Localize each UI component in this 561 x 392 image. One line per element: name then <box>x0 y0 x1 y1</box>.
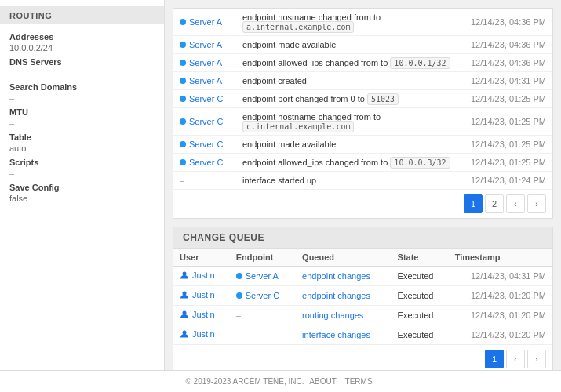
cq-state-cell: Executed <box>392 286 449 306</box>
log-timestamp-cell: 12/14/23, 04:36 PM <box>464 9 552 36</box>
cq-table-row: JustinServer Aendpoint changesExecuted12… <box>173 267 552 286</box>
log-server-dash: – <box>173 172 236 190</box>
cq-prev-button[interactable]: ‹ <box>506 350 525 368</box>
cq-queued-cell: endpoint changes <box>296 286 391 306</box>
save-config-label: Save Config <box>9 183 155 192</box>
addresses-value: 10.0.0.2/24 <box>9 43 155 53</box>
cq-timestamp-cell: 12/14/23, 01:20 PM <box>449 306 552 325</box>
log-server-cell: Server C <box>173 90 236 108</box>
cq-queued-cell: routing changes <box>296 306 391 325</box>
svg-point-2 <box>183 311 187 315</box>
sidebar: ROUTING Addresses 10.0.0.2/24 DNS Server… <box>0 0 165 392</box>
cq-column-header: State <box>392 249 449 267</box>
log-table-row: Server Aendpoint created12/14/23, 04:31 … <box>173 72 552 90</box>
cq-timestamp-cell: 12/14/23, 01:20 PM <box>449 325 552 345</box>
footer-copyright: © 2019-2023 ARCEM TENE, INC. <box>185 377 304 386</box>
cq-endpoint-cell: – <box>230 306 296 325</box>
change-queue-title: CHANGE QUEUE <box>173 227 552 249</box>
cq-state-cell: Executed <box>392 325 449 345</box>
log-next-button[interactable]: › <box>527 194 546 213</box>
search-domains-label: Search Domains <box>9 82 155 92</box>
log-server-cell: Server A <box>173 72 236 90</box>
cq-timestamp-cell: 12/14/23, 04:31 PM <box>449 267 552 286</box>
change-queue-table: UserEndpointQueuedStateTimestamp JustinS… <box>173 249 552 344</box>
log-message-cell: endpoint allowed_ips changed from to 10.… <box>236 154 464 172</box>
main-content: Server Aendpoint hostname changed from t… <box>165 0 561 392</box>
log-section: Server Aendpoint hostname changed from t… <box>173 8 553 219</box>
log-page-1-button[interactable]: 1 <box>464 194 483 213</box>
table-label: Table <box>9 132 155 142</box>
cq-user-cell: Justin <box>173 325 230 345</box>
mtu-value: – <box>9 118 155 128</box>
cq-user-cell: Justin <box>173 267 230 286</box>
cq-endpoint-cell: – <box>230 325 296 345</box>
log-message-cell: endpoint allowed_ips changed from to 10.… <box>236 54 464 72</box>
log-message-cell: endpoint made available <box>236 136 464 154</box>
log-server-cell: Server A <box>173 54 236 72</box>
svg-point-3 <box>183 331 187 335</box>
log-table-row: Server Aendpoint hostname changed from t… <box>173 9 552 36</box>
cq-state-cell: Executed <box>392 267 449 286</box>
dns-servers-value: – <box>9 68 155 78</box>
log-table-row: Server Aendpoint made available12/14/23,… <box>173 36 552 54</box>
cq-table-row: Justin–interface changesExecuted12/14/23… <box>173 325 552 345</box>
cq-pagination: 1 ‹ › <box>173 344 552 373</box>
log-timestamp-cell: 12/14/23, 04:36 PM <box>464 36 552 54</box>
save-config-value: false <box>9 194 155 203</box>
log-prev-button[interactable]: ‹ <box>506 194 525 213</box>
cq-column-header: Endpoint <box>230 249 296 267</box>
log-table-row: Server Aendpoint allowed_ips changed fro… <box>173 54 552 72</box>
log-timestamp-cell: 12/14/23, 04:36 PM <box>464 54 552 72</box>
cq-column-header: User <box>173 249 230 267</box>
log-timestamp-cell: 12/14/23, 04:31 PM <box>464 72 552 90</box>
log-server-cell: Server C <box>173 136 236 154</box>
cq-endpoint-cell: Server A <box>230 267 296 286</box>
scripts-label: Scripts <box>9 158 155 167</box>
log-table: Server Aendpoint hostname changed from t… <box>173 9 552 189</box>
cq-table-row: JustinServer Cendpoint changesExecuted12… <box>173 286 552 306</box>
log-message-cell: endpoint made available <box>236 36 464 54</box>
log-server-cell: Server A <box>173 9 236 36</box>
cq-timestamp-cell: 12/14/23, 01:20 PM <box>449 286 552 306</box>
log-server-cell: Server A <box>173 36 236 54</box>
change-queue-section: CHANGE QUEUE UserEndpointQueuedStateTime… <box>173 227 553 374</box>
log-table-row: Server Cendpoint hostname changed from t… <box>173 108 552 136</box>
cq-queued-cell: endpoint changes <box>296 267 391 286</box>
svg-point-1 <box>183 292 187 296</box>
addresses-label: Addresses <box>9 32 155 42</box>
footer: © 2019-2023 ARCEM TENE, INC. ABOUT TERMS <box>0 370 561 392</box>
log-message-cell: endpoint hostname changed from to c.inte… <box>236 108 464 136</box>
log-message-cell: endpoint port changed from 0 to 51023 <box>236 90 464 108</box>
table-value: auto <box>9 143 155 153</box>
footer-about-link[interactable]: ABOUT <box>309 377 336 386</box>
log-message-cell: endpoint created <box>236 72 464 90</box>
cq-next-button[interactable]: › <box>527 350 546 368</box>
scripts-value: – <box>9 169 155 178</box>
log-server-cell: Server C <box>173 108 236 136</box>
log-timestamp-cell: 12/14/23, 01:25 PM <box>464 136 552 154</box>
footer-terms-link[interactable]: TERMS <box>345 377 373 386</box>
log-table-row: Server Cendpoint made available12/14/23,… <box>173 136 552 154</box>
log-table-row: Server Cendpoint port changed from 0 to … <box>173 90 552 108</box>
cq-page-1-button[interactable]: 1 <box>485 350 504 368</box>
log-pagination: 1 2 ‹ › <box>173 189 552 218</box>
dns-servers-label: DNS Servers <box>9 57 155 67</box>
cq-state-cell: Executed <box>392 306 449 325</box>
search-domains-value: – <box>9 93 155 103</box>
sidebar-section-title: ROUTING <box>0 6 164 24</box>
log-page-2-button[interactable]: 2 <box>485 194 504 213</box>
cq-table-row: Justin–routing changesExecuted12/14/23, … <box>173 306 552 325</box>
log-message-cell: endpoint hostname changed from to a.inte… <box>236 9 464 36</box>
log-message-cell: interface started up <box>236 172 464 190</box>
cq-endpoint-cell: Server C <box>230 286 296 306</box>
svg-point-0 <box>183 272 187 276</box>
log-timestamp-cell: 12/14/23, 01:25 PM <box>464 108 552 136</box>
mtu-label: MTU <box>9 107 155 117</box>
log-timestamp-cell: 12/14/23, 01:24 PM <box>464 172 552 190</box>
cq-user-cell: Justin <box>173 306 230 325</box>
log-timestamp-cell: 12/14/23, 01:25 PM <box>464 90 552 108</box>
log-timestamp-cell: 12/14/23, 01:25 PM <box>464 154 552 172</box>
cq-queued-cell: interface changes <box>296 325 391 345</box>
cq-column-header: Timestamp <box>449 249 552 267</box>
cq-user-cell: Justin <box>173 286 230 306</box>
